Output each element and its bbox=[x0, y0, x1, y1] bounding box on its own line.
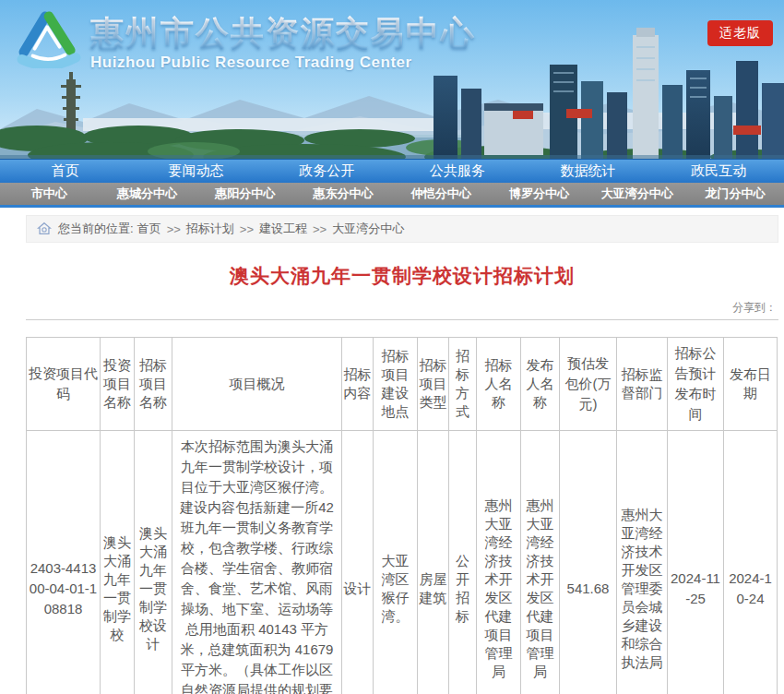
cell-supervision-dept: 惠州大亚湾经济技术开发区管理委员会城乡建设和综合执法局 bbox=[617, 431, 668, 694]
cell-construction-location: 大亚湾区猴仔湾。 bbox=[374, 431, 418, 694]
cell-publisher-name: 惠州大亚湾经济技术开发区代建项目管理局 bbox=[521, 431, 560, 694]
th-announcement-time: 招标公告预计发布时间 bbox=[668, 338, 724, 431]
branch-boluo[interactable]: 博罗分中心 bbox=[490, 183, 588, 205]
table-row: 2403-441300-04-01-108818 澳头大涌九年一贯制学校 澳头大… bbox=[27, 431, 778, 694]
th-publisher-name: 发布人名称 bbox=[521, 338, 560, 431]
th-project-overview: 项目概况 bbox=[172, 338, 342, 431]
th-project-type: 招标项目类型 bbox=[418, 338, 449, 431]
cell-project-code: 2403-441300-04-01-108818 bbox=[27, 431, 101, 694]
th-construction-location: 招标项目建设地点 bbox=[374, 338, 418, 431]
breadcrumb-dayawan[interactable]: 大亚湾分中心 bbox=[332, 221, 404, 237]
th-tenderer-name: 招标人名称 bbox=[477, 338, 521, 431]
nav-item-gov-affairs[interactable]: 政务公开 bbox=[261, 160, 392, 183]
th-estimated-price: 预估发包价(万元) bbox=[560, 338, 617, 431]
th-investment-project-name: 投资项目名称 bbox=[101, 338, 135, 431]
breadcrumb-home[interactable]: 首页 bbox=[137, 221, 161, 237]
branch-zhongkai[interactable]: 仲恺分中心 bbox=[392, 183, 490, 205]
breadcrumb-separator: >> bbox=[167, 222, 181, 236]
bid-plan-table: 投资项目代码 投资项目名称 招标项目名称 项目概况 招标内容 招标项目建设地点 … bbox=[26, 337, 778, 694]
breadcrumb-construction[interactable]: 建设工程 bbox=[259, 221, 307, 237]
table-header-row: 投资项目代码 投资项目名称 招标项目名称 项目概况 招标内容 招标项目建设地点 … bbox=[27, 338, 778, 431]
cell-bid-project-name: 澳头大涌九年一贯制学校设计 bbox=[135, 431, 172, 694]
cell-bid-method: 公开招标 bbox=[449, 431, 477, 694]
page-title: 澳头大涌九年一贯制学校设计招标计划 bbox=[26, 263, 778, 289]
site-header: 惠州市公共资源交易中心 Huizhou Public Resource Trad… bbox=[0, 0, 784, 159]
branch-dayawan[interactable]: 大亚湾分中心 bbox=[588, 183, 686, 205]
cell-project-overview: 本次招标范围为澳头大涌九年一贯制学校设计，项目位于大亚湾区猴仔湾。建设内容包括新… bbox=[172, 431, 342, 694]
branch-city-center[interactable]: 市中心 bbox=[0, 183, 98, 205]
cell-announcement-time: 2024-11-25 bbox=[668, 431, 724, 694]
site-subtitle: Huizhou Public Resource Trading Center bbox=[90, 54, 476, 72]
breadcrumb-label: 您当前的位置: bbox=[58, 221, 134, 237]
title-divider bbox=[26, 319, 778, 320]
branch-huiyang[interactable]: 惠阳分中心 bbox=[196, 183, 294, 205]
site-title: 惠州市公共资源交易中心 bbox=[90, 15, 476, 52]
branch-huidong[interactable]: 惠东分中心 bbox=[294, 183, 392, 205]
site-logo-icon bbox=[13, 9, 85, 68]
home-icon bbox=[36, 221, 53, 237]
nav-item-interaction[interactable]: 政民互动 bbox=[653, 160, 784, 183]
elderly-version-button[interactable]: 适老版 bbox=[707, 20, 773, 46]
th-bid-project-name: 招标项目名称 bbox=[135, 338, 172, 431]
nav-item-statistics[interactable]: 数据统计 bbox=[523, 160, 654, 183]
th-bid-content: 招标内容 bbox=[342, 338, 374, 431]
cell-tenderer-name: 惠州大亚湾经济技术开发区代建项目管理局 bbox=[477, 431, 521, 694]
nav-item-public-service[interactable]: 公共服务 bbox=[392, 160, 523, 183]
brand: 惠州市公共资源交易中心 Huizhou Public Resource Trad… bbox=[13, 9, 476, 72]
breadcrumb-separator: >> bbox=[313, 222, 327, 236]
branch-nav: 市中心 惠城分中心 惠阳分中心 惠东分中心 仲恺分中心 博罗分中心 大亚湾分中心… bbox=[0, 183, 784, 208]
branch-huicheng[interactable]: 惠城分中心 bbox=[98, 183, 196, 205]
main-nav: 首页 要闻动态 政务公开 公共服务 数据统计 政民互动 bbox=[0, 159, 784, 183]
th-project-code: 投资项目代码 bbox=[27, 338, 101, 431]
th-supervision-dept: 招标监督部门 bbox=[617, 338, 668, 431]
share-label[interactable]: 分享到： bbox=[732, 301, 777, 314]
cell-estimated-price: 541.68 bbox=[560, 431, 617, 694]
breadcrumb: 您当前的位置: 首页 >> 招标计划 >> 建设工程 >> 大亚湾分中心 bbox=[26, 215, 778, 243]
cell-bid-content: 设计 bbox=[342, 431, 374, 694]
branch-longmen[interactable]: 龙门分中心 bbox=[686, 183, 784, 205]
nav-item-home[interactable]: 首页 bbox=[0, 160, 131, 183]
th-bid-method: 招标方式 bbox=[449, 338, 477, 431]
cell-investment-project-name: 澳头大涌九年一贯制学校 bbox=[101, 431, 135, 694]
nav-item-news[interactable]: 要闻动态 bbox=[131, 160, 262, 183]
breadcrumb-bid-plan[interactable]: 招标计划 bbox=[186, 221, 234, 237]
th-publish-date: 发布日期 bbox=[724, 338, 778, 431]
cell-project-type: 房屋建筑 bbox=[418, 431, 449, 694]
breadcrumb-separator: >> bbox=[240, 222, 254, 236]
cell-publish-date: 2024-10-24 bbox=[724, 431, 778, 694]
content-area: 您当前的位置: 首页 >> 招标计划 >> 建设工程 >> 大亚湾分中心 澳头大… bbox=[26, 215, 778, 694]
